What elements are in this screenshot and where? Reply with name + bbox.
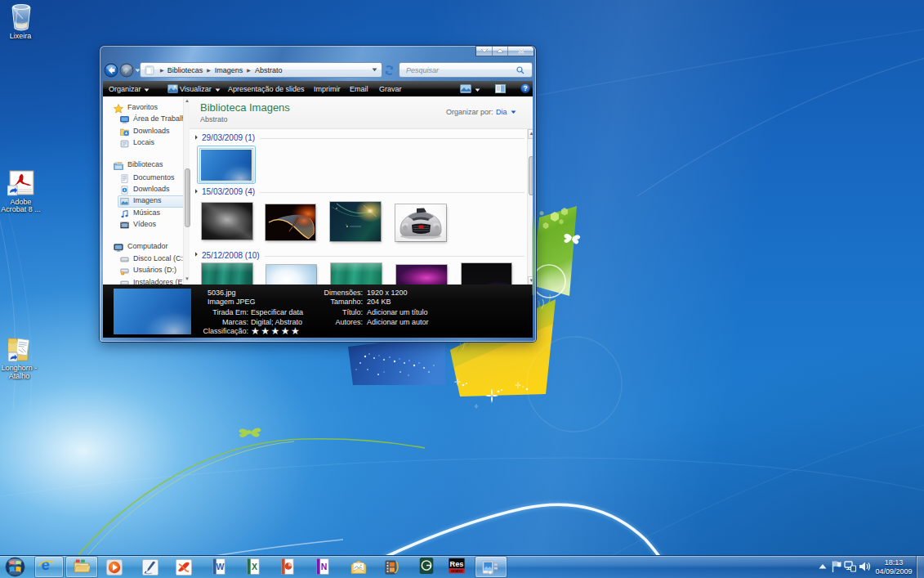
svg-text:e: e (41, 557, 49, 573)
svg-text:N: N (321, 562, 328, 571)
svg-text:orator: orator (451, 568, 463, 573)
svg-text:W: W (216, 562, 224, 571)
svg-text:X: X (252, 562, 257, 571)
svg-text:?: ? (523, 84, 527, 92)
svg-text:Res: Res (450, 560, 464, 568)
